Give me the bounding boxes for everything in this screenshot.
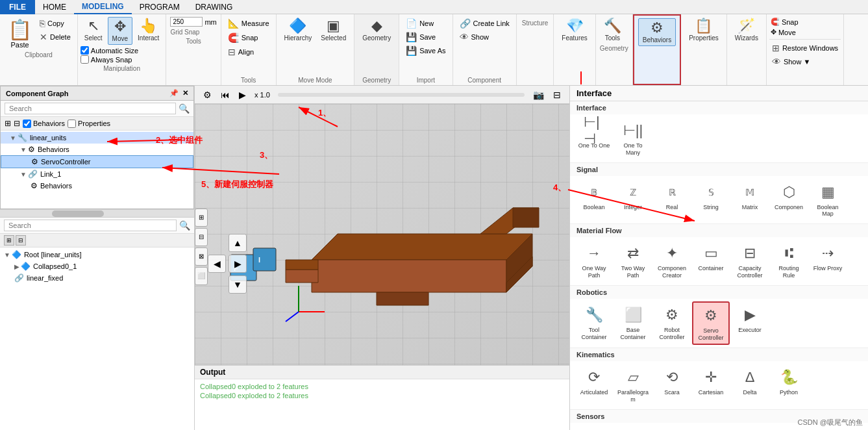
behavior-path-sensor[interactable]: → Path [575,425,613,430]
auto-size-checkbox[interactable]: Automatic Size [81,46,164,55]
always-snap-checkbox[interactable]: Always Snap [81,55,164,64]
tree-item-root[interactable]: ▼ 🔷 Root [linear_units] [0,249,194,260]
panel-btn-2[interactable]: ⊟ [16,235,26,246]
tools2-button[interactable]: 🔨 Tools [600,17,625,44]
properties-button[interactable]: 📋 Properties [685,17,723,44]
tree-item-behaviors-2[interactable]: ⚙ Behaviors [1,180,193,192]
behavior-one-to-one[interactable]: ⊢|⊣ One To One [575,117,613,160]
snap-button[interactable]: 🧲 Snap [225,31,272,44]
behavior-one-to-many[interactable]: ⊢|| One To Many [614,117,652,160]
behavior-integer[interactable]: ℤ Integer [614,179,652,221]
menu-modeling[interactable]: MODELING [74,0,132,14]
viewport-collapse-btn[interactable]: ⊟ [550,88,564,102]
properties-tab-check[interactable]: Properties [68,120,110,128]
behavior-boolean-map[interactable]: ▦ Boolean Map [809,179,847,221]
behavior-component[interactable]: ⬡ Componen [770,179,808,221]
behavior-capacity-controller[interactable]: ⊟ Capacity Controller [731,240,769,283]
behavior-container[interactable]: ▭ Container [692,240,730,283]
progress-bar[interactable] [278,93,525,97]
behavior-tool-container[interactable]: 🔧 Tool Container [575,301,613,346]
expand-btn-3[interactable]: ⊠ [195,247,208,266]
close-icon[interactable]: ✕ [182,89,188,97]
interact-button[interactable]: 👆 Interact [134,17,163,45]
new-button[interactable]: 📄 New [403,17,448,30]
behavior-raycast[interactable]: ⦦ Raycast [614,425,652,430]
tree-toggle-root[interactable]: ▼ [4,251,10,259]
viewport-settings-btn[interactable]: ⚙ [200,88,215,102]
menu-drawing[interactable]: DRAWING [188,0,241,14]
nav-up-btn[interactable]: ▲ [229,234,247,252]
hierarchy-button[interactable]: 🔷 Hierarchy [280,17,316,44]
viewport-screenshot-btn[interactable]: 📷 [530,88,547,102]
file-menu[interactable]: FILE [0,0,35,14]
tree-item-collapsed[interactable]: ▶ 🔷 Collapsed0_1 [0,260,194,272]
tree-toggle-collapsed[interactable]: ▶ [14,263,19,270]
select-button[interactable]: ↖ Select [81,17,106,45]
snap-row[interactable]: 🧲 Snap [769,17,841,27]
wizards-button[interactable]: 🪄 Wizards [731,17,762,44]
viewport-play-btn[interactable]: ▶ [236,88,249,102]
measure-button[interactable]: 📐 Measure [225,17,272,30]
behavior-volume[interactable]: ⬚ Volume [653,425,691,430]
move-button[interactable]: ✥ Move [108,17,132,45]
save-button[interactable]: 💾 Save [403,31,448,44]
tree-toggle-behaviors-1[interactable]: ▼ [20,146,27,153]
behaviors-button[interactable]: ⚙ Behaviors [638,18,676,46]
copy-button[interactable]: ⎘ Copy [37,17,73,30]
tree-toggle-linear[interactable]: ▼ [10,134,16,142]
behavior-servo-controller[interactable]: ⚙ Servo Controller [692,301,730,346]
move-value-input[interactable] [170,17,203,27]
align-button[interactable]: ⊟ Align [225,45,272,58]
move-row[interactable]: ✥ Move [769,27,841,37]
nav-down-btn[interactable]: ▼ [229,275,247,294]
behavior-scara[interactable]: ⟲ Scara [653,364,691,407]
menu-program[interactable]: PROGRAM [132,0,188,14]
behavior-routing-rule[interactable]: ⑆ Routing Rule [770,240,808,283]
viewport-rewind-btn[interactable]: ⏮ [217,88,233,102]
behavior-component-creator[interactable]: ✦ Componen Creator [653,240,691,283]
viewport-canvas[interactable]: F I ▲ ◀ ▶ ▼ ⊞ [195,104,569,365]
tree-item-servo[interactable]: ⚙ ServoController [1,155,193,168]
behavior-one-way-path[interactable]: → One Way Path [575,240,613,283]
selected-button[interactable]: ▣ Selected [317,17,350,44]
expand-btn-4[interactable]: ⬜ [195,267,208,285]
tree-item-linear-units[interactable]: ▼ 🔧 linear_units [1,132,193,144]
menu-home[interactable]: HOME [35,0,74,14]
behavior-cartesian[interactable]: ✛ Cartesian [692,364,730,407]
tree-item-link1[interactable]: ▼ 🔗 Link_1 [1,168,193,180]
paste-button[interactable]: 📋 Paste [4,17,36,50]
behavior-parallelogram[interactable]: ▱ Parallelogram [614,364,652,407]
show-button[interactable]: 👁 Show [457,31,512,44]
behavior-process[interactable]: ⚙ Process [692,425,730,430]
pin-icon[interactable]: 📌 [169,89,179,97]
tree-toggle-link1[interactable]: ▼ [20,171,27,178]
behavior-python-kin[interactable]: 🐍 Python [770,364,808,407]
delete-button[interactable]: ✕ Delete [37,31,73,44]
restore-windows-button[interactable]: ⊞ Restore Windows [769,42,841,55]
behavior-matrix[interactable]: 𝕄 Matrix [731,179,769,221]
geometry-button[interactable]: ◆ Geometry [358,17,395,44]
behavior-string[interactable]: 𝕊 String [692,179,730,221]
behaviors-tab-check[interactable]: Behaviors [23,120,65,128]
features-button[interactable]: 💎 Features [558,17,591,44]
panel-expand-btn[interactable]: ⊟ [14,119,20,128]
panel-btn-1[interactable]: ⊞ [4,235,14,246]
search-input[interactable] [5,103,176,114]
behavior-robot-controller[interactable]: ⚙ Robot Controller [653,301,691,346]
tree-item-fixed[interactable]: 🔗 linear_fixed [0,272,194,284]
behavior-real[interactable]: ℝ Real [653,179,691,221]
behavior-base-container[interactable]: ⬜ Base Container [614,301,652,346]
behavior-flow-proxy[interactable]: ⇢ Flow Proxy [809,240,847,283]
create-link-button[interactable]: 🔗 Create Link [457,17,512,30]
behavior-executor[interactable]: ▶ Executor [731,301,769,346]
tree-item-behaviors-1[interactable]: ▼ ⚙ Behaviors [1,144,193,155]
panel-collapse-btn[interactable]: ⊞ [5,119,11,128]
expand-btn-1[interactable]: ⊞ [195,209,208,227]
behavior-articulated[interactable]: ⟳ Articulated [575,364,613,407]
behavior-two-way-path[interactable]: ⇄ Two Way Path [614,240,652,283]
scrollbar-h[interactable] [0,209,194,217]
behavior-boolean[interactable]: 𝔹 Boolean [575,179,613,221]
save-as-button[interactable]: 💾 Save As [403,44,448,57]
second-search-input[interactable] [4,220,177,231]
expand-btn-2[interactable]: ⊟ [195,228,208,246]
